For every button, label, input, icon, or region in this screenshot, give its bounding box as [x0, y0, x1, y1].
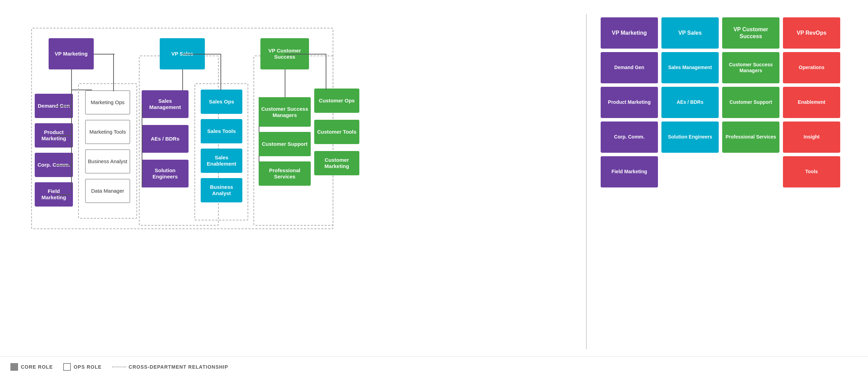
grid-insight: Insight: [783, 122, 840, 153]
data-manager-box: Data Manager: [85, 179, 130, 203]
professional-services-box: Professional Services: [259, 161, 311, 186]
line-cs-right-v: [326, 54, 326, 90]
grid-demand-gen: Demand Gen: [601, 52, 658, 83]
right-panel: VP Marketing VP Sales VP Customer Succes…: [587, 14, 858, 349]
line-sales-ops-h: [182, 54, 220, 55]
line-sales-left: [142, 104, 142, 187]
sales-enablement-box: Sales Enablement: [201, 149, 242, 173]
grid-csm: Customer Success Managers: [722, 52, 779, 83]
legend-core-icon: [10, 363, 18, 371]
grid-operations: Operations: [783, 52, 840, 83]
grid-customer-support: Customer Support: [722, 87, 779, 118]
line-corp-comm: [56, 165, 72, 166]
sales-management-box: Sales Management: [142, 90, 189, 118]
line-vp-ops: [94, 54, 115, 55]
legend-cross-dept: CROSS-DEPARTMENT RELATIONSHIP: [112, 364, 228, 370]
business-analyst-sales-box: Business Analyst: [201, 178, 242, 202]
grid-field-marketing: Field Marketing: [601, 156, 658, 187]
sales-ops-box: Sales Ops: [201, 90, 242, 114]
marketing-ops-box: Marketing Ops: [85, 90, 130, 115]
sales-tools-box: Sales Tools: [201, 119, 242, 143]
solution-engineers-box: Solution Engineers: [142, 160, 189, 187]
grid-header-vp-cs: VP Customer Success: [722, 17, 779, 49]
line-demand-gen: [56, 106, 72, 107]
grid-header-vp-marketing: VP Marketing: [601, 17, 658, 49]
left-panel: VP Marketing Demand Gen Product Marketin…: [10, 14, 587, 349]
legend-core-role: CORE ROLE: [10, 363, 53, 371]
grid-empty-col2: [661, 156, 719, 187]
csm-box: Customer Success Managers: [259, 97, 311, 127]
line-left-col: [71, 90, 72, 190]
legend: CORE ROLE OPS ROLE CROSS-DEPARTMENT RELA…: [0, 356, 868, 377]
aes-bdrs-box: AEs / BDRs: [142, 125, 189, 153]
line-field-mktg: [56, 194, 72, 195]
customer-marketing-box: Customer Marketing: [314, 151, 359, 175]
grid-corp-comm: Corp. Comm.: [601, 122, 658, 153]
grid-sales-management: Sales Management: [661, 52, 719, 83]
legend-core-label: CORE ROLE: [21, 364, 53, 370]
vp-marketing-box: VP Marketing: [49, 38, 94, 69]
line-cs-right-h: [285, 54, 326, 55]
grid-header-vp-revops: VP RevOps: [783, 17, 840, 49]
grid-aes-bdrs: AEs / BDRs: [661, 87, 719, 118]
legend-cross-label: CROSS-DEPARTMENT RELATIONSHIP: [129, 364, 228, 370]
customer-support-box: Customer Support: [259, 132, 311, 156]
grid-header-vp-sales: VP Sales: [661, 17, 719, 49]
right-grid: VP Marketing VP Sales VP Customer Succes…: [601, 14, 858, 222]
grid-solution-engineers: Solution Engineers: [661, 122, 719, 153]
customer-tools-box: Customer Tools: [314, 120, 359, 144]
customer-ops-box: Customer Ops: [314, 89, 359, 113]
line-vp-cs-down: [285, 69, 285, 97]
line-ops-vertical: [113, 54, 114, 91]
main-content: VP Marketing Demand Gen Product Marketin…: [0, 0, 868, 356]
grid-tools: Tools: [783, 156, 840, 187]
grid-enablement: Enablement: [783, 87, 840, 118]
line-sales-ops-v: [220, 54, 221, 90]
grid-professional-services: Professional Services: [722, 122, 779, 153]
grid-empty-col3: [722, 156, 779, 187]
org-chart: VP Marketing Demand Gen Product Marketin…: [10, 14, 579, 349]
legend-ops-role: OPS ROLE: [63, 363, 101, 371]
legend-dots-icon: [112, 367, 126, 367]
grid-product-marketing: Product Marketing: [601, 87, 658, 118]
legend-ops-label: OPS ROLE: [74, 364, 101, 370]
line-vp-mktg-down: [71, 69, 72, 90]
marketing-tools-box: Marketing Tools: [85, 120, 130, 144]
line-product-mktg: [56, 135, 72, 136]
legend-ops-icon: [63, 363, 71, 371]
business-analyst-mktg-box: Business Analyst: [85, 149, 130, 174]
